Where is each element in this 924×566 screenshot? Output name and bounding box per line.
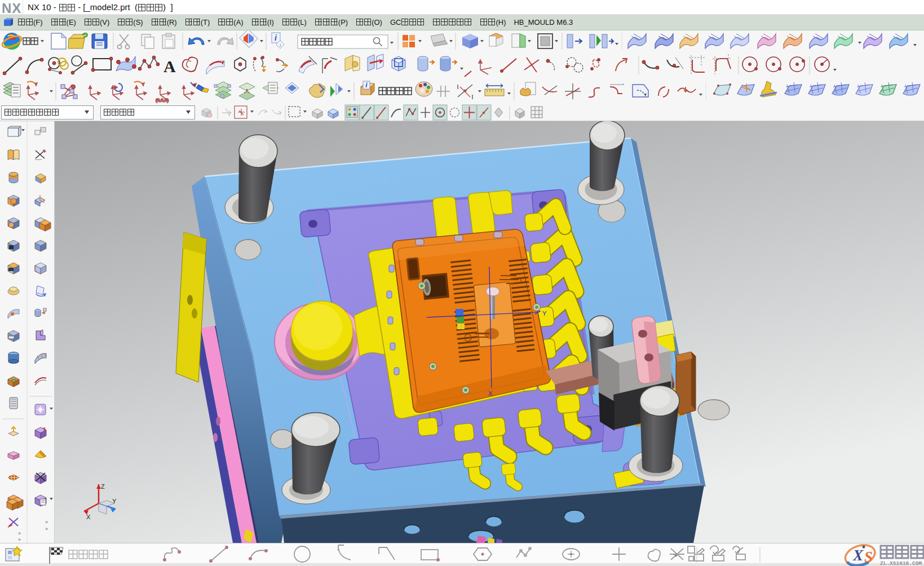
svg-text:ZL.XS1616.COM: ZL.XS1616.COM [880,560,922,566]
svg-text:S: S [864,549,873,565]
svg-text:X: X [86,514,91,520]
svg-text:»: » [45,526,48,532]
svg-text:Y: Y [542,310,547,317]
svg-text:(0,0,0): (0,0,0) [156,98,169,103]
svg-text:»: » [18,537,21,542]
svg-text:»: » [18,530,21,536]
svg-text:i: i [280,42,281,48]
svg-text:X: X [488,390,493,397]
svg-text:»: » [45,519,48,525]
svg-text:Z: Z [101,483,105,490]
svg-text:A: A [163,57,176,76]
svg-text:X: X [852,547,864,564]
